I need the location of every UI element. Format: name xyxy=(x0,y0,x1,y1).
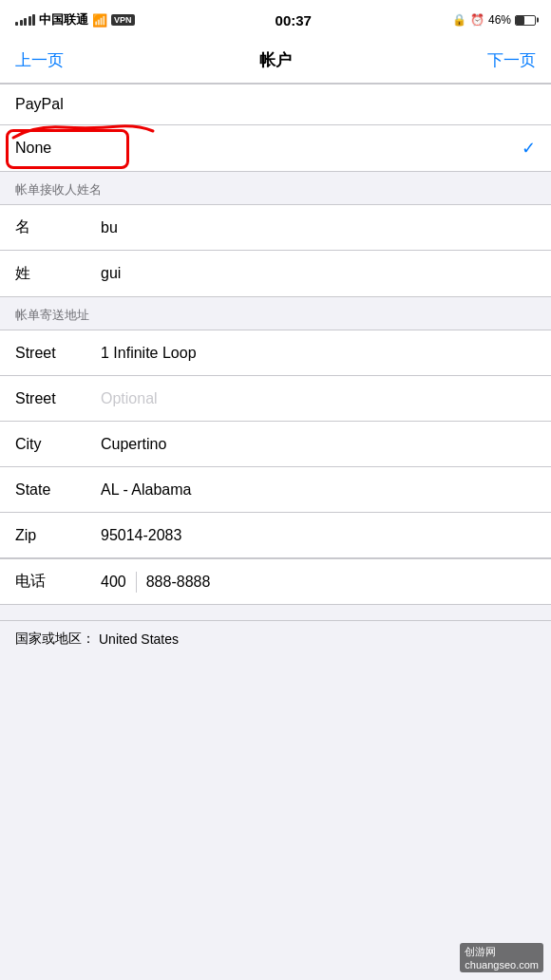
billing-address-group: Street 1 Infinite Loop Street Optional C… xyxy=(0,330,551,605)
first-name-value: bu xyxy=(101,219,536,236)
phone-divider xyxy=(136,572,137,593)
forward-button[interactable]: 下一页 xyxy=(487,49,536,71)
billing-address-section: 帐单寄送地址 Street 1 Infinite Loop Street Opt… xyxy=(0,297,551,605)
vpn-badge: VPN xyxy=(111,14,135,26)
street1-label: Street xyxy=(15,345,101,362)
watermark: 创游网chuangseo.com xyxy=(460,943,543,972)
paypal-label: PayPal xyxy=(15,96,64,112)
carrier-label: 中国联通 xyxy=(39,11,88,28)
signal-bars-icon xyxy=(15,14,35,26)
phone-values: 400 888-8888 xyxy=(101,572,536,593)
phone-row[interactable]: 电话 400 888-8888 xyxy=(0,558,551,604)
nav-bar: 上一页 帐户 下一页 xyxy=(0,38,551,84)
status-left: 中国联通 📶 VPN xyxy=(15,11,135,28)
country-label: 国家或地区： xyxy=(15,631,95,648)
street2-value: Optional xyxy=(101,390,536,407)
bar2 xyxy=(20,20,23,26)
city-row[interactable]: City Cupertino xyxy=(0,422,551,467)
street1-row[interactable]: Street 1 Infinite Loop xyxy=(0,330,551,376)
battery-icon xyxy=(515,15,536,26)
bar4 xyxy=(28,16,31,26)
status-bar: 中国联通 📶 VPN 00:37 🔒 ⏰ 46% xyxy=(0,0,551,38)
checkmark-icon: ✓ xyxy=(522,138,536,159)
none-row[interactable]: None ✓ xyxy=(0,125,551,171)
billing-name-header: 帐单接收人姓名 xyxy=(0,172,551,204)
status-right: 🔒 ⏰ 46% xyxy=(452,13,536,27)
state-value: AL - Alabama xyxy=(101,481,536,499)
last-name-value: gui xyxy=(101,265,536,282)
first-name-row[interactable]: 名 bu xyxy=(0,205,551,251)
last-name-row[interactable]: 姓 gui xyxy=(0,251,551,296)
phone-label: 电话 xyxy=(15,572,101,592)
phone-part1: 400 xyxy=(101,574,126,591)
wifi-icon: 📶 xyxy=(92,13,107,28)
battery-fill xyxy=(516,16,524,25)
lock-icon: 🔒 xyxy=(452,13,466,27)
page-title: 帐户 xyxy=(259,49,292,71)
country-value: United States xyxy=(99,631,179,647)
battery-percent: 46% xyxy=(488,13,511,27)
paypal-group: PayPal None ✓ xyxy=(0,84,551,172)
city-value: Cupertino xyxy=(101,436,536,453)
bar5 xyxy=(32,14,35,26)
last-name-label: 姓 xyxy=(15,264,101,284)
billing-name-group: 名 bu 姓 gui xyxy=(0,204,551,297)
street2-row[interactable]: Street Optional xyxy=(0,376,551,422)
street2-label: Street xyxy=(15,390,101,407)
city-label: City xyxy=(15,436,101,453)
zip-row[interactable]: Zip 95014-2083 xyxy=(0,513,551,558)
zip-value: 95014-2083 xyxy=(101,527,536,544)
alarm-icon: ⏰ xyxy=(470,13,484,27)
street1-value: 1 Infinite Loop xyxy=(101,345,536,362)
none-row-wrapper: None ✓ xyxy=(0,125,551,171)
billing-name-section: 帐单接收人姓名 名 bu 姓 gui xyxy=(0,172,551,297)
bar1 xyxy=(15,22,18,26)
bar3 xyxy=(24,18,27,26)
paypal-row: PayPal xyxy=(0,85,551,125)
state-row[interactable]: State AL - Alabama xyxy=(0,467,551,513)
back-button[interactable]: 上一页 xyxy=(15,49,64,71)
billing-address-header: 帐单寄送地址 xyxy=(0,297,551,330)
phone-part2: 888-8888 xyxy=(146,574,211,591)
state-label: State xyxy=(15,481,101,499)
status-time: 00:37 xyxy=(276,12,312,28)
zip-label: Zip xyxy=(15,527,101,544)
first-name-label: 名 xyxy=(15,217,101,237)
bottom-bar: 国家或地区： United States xyxy=(0,620,551,657)
none-label: None xyxy=(15,140,522,157)
